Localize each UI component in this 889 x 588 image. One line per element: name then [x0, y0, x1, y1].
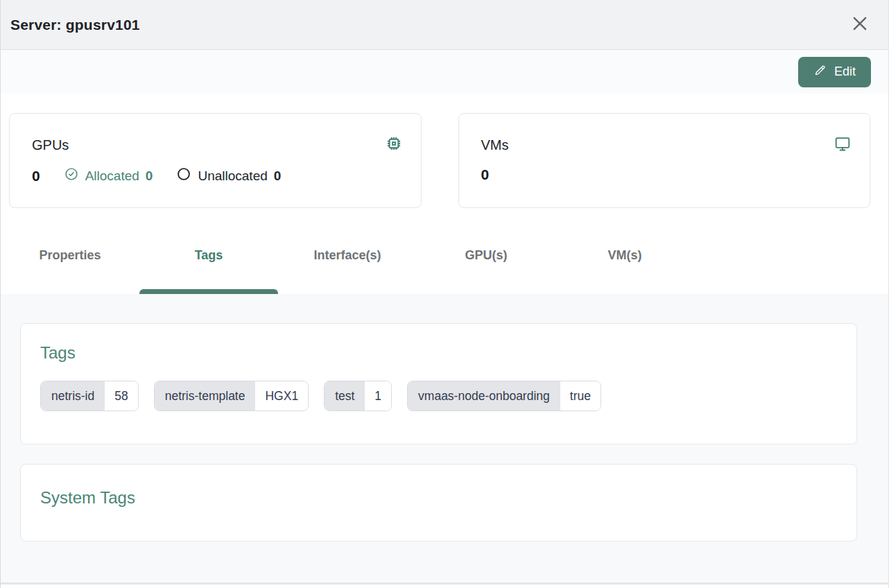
chip-icon: [385, 135, 403, 155]
toolbar: Edit: [1, 50, 888, 94]
gpus-allocated-stat: Allocated 0: [64, 166, 153, 185]
tag-value: 1: [365, 381, 391, 410]
close-icon: [850, 14, 870, 35]
check-circle-icon: [64, 166, 79, 185]
system-tags-heading: System Tags: [40, 488, 837, 508]
tab-bar: Properties Tags Interface(s) GPU(s) VM(s…: [1, 240, 888, 294]
close-button[interactable]: [848, 13, 872, 37]
vms-total: 0: [481, 166, 490, 183]
tag-key: test: [325, 381, 365, 410]
tag-value: 58: [105, 381, 137, 410]
pencil-icon: [813, 64, 827, 80]
circle-icon: [176, 166, 191, 185]
gpus-unallocated-value: 0: [274, 168, 282, 184]
edit-button[interactable]: Edit: [798, 57, 871, 87]
gpus-allocated-value: 0: [146, 168, 153, 184]
tag-key: netris-template: [155, 381, 256, 410]
tab-interfaces[interactable]: Interface(s): [278, 240, 417, 294]
tag-key: netris-id: [41, 381, 105, 410]
monitor-icon: [834, 135, 852, 155]
page-title: Server: gpusrv101: [10, 17, 140, 33]
tab-vms[interactable]: VM(s): [555, 240, 694, 294]
gpus-total: 0: [32, 168, 40, 184]
gpus-allocated-label: Allocated: [85, 168, 139, 184]
tag-chip: test 1: [324, 381, 392, 411]
gpus-card: GPUs 0 Allocate: [9, 113, 422, 208]
tag-key: vmaas-node-onboarding: [408, 381, 560, 410]
tags-chips-row: netris-id 58 netris-template HGX1 test 1…: [40, 381, 837, 411]
tag-chip: netris-template HGX1: [154, 381, 309, 411]
tag-chip: netris-id 58: [40, 381, 139, 411]
server-details-panel: Server: gpusrv101 Edit GPUs: [0, 0, 889, 588]
gpus-card-title: GPUs: [32, 137, 69, 153]
gpus-unallocated-label: Unallocated: [198, 168, 267, 184]
system-tags-panel: System Tags: [20, 464, 857, 542]
tab-tags[interactable]: Tags: [139, 240, 278, 294]
tag-value: true: [560, 381, 601, 410]
tab-content: Tags netris-id 58 netris-template HGX1 t…: [1, 294, 888, 585]
vms-card: VMs 0: [458, 113, 871, 208]
tags-panel: Tags netris-id 58 netris-template HGX1 t…: [20, 323, 857, 444]
tab-gpus[interactable]: GPU(s): [417, 240, 555, 294]
summary-cards-section: GPUs 0 Allocate: [1, 94, 888, 208]
tag-value: HGX1: [255, 381, 308, 410]
tag-chip: vmaas-node-onboarding true: [407, 381, 601, 411]
edit-button-label: Edit: [834, 64, 856, 79]
tab-properties[interactable]: Properties: [1, 240, 139, 294]
panel-header: Server: gpusrv101: [1, 0, 888, 50]
gpus-unallocated-stat: Unallocated 0: [176, 166, 281, 185]
vms-card-title: VMs: [481, 137, 509, 153]
bottom-edge: [1, 585, 888, 588]
tags-heading: Tags: [40, 343, 837, 363]
